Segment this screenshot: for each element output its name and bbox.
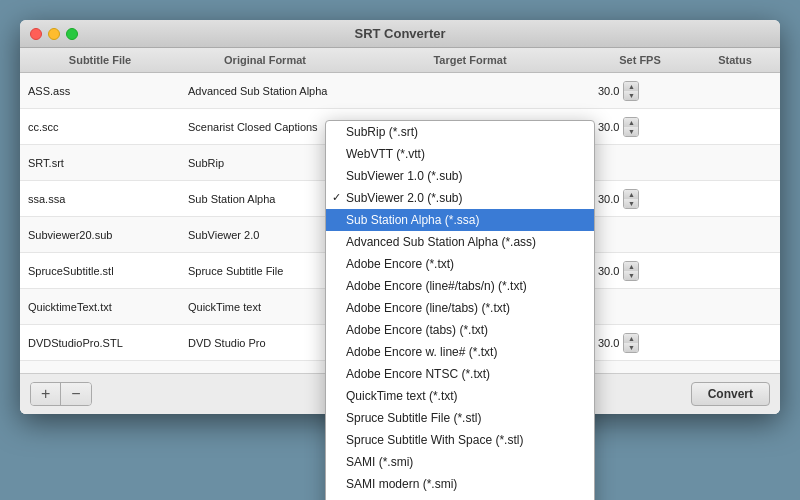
fps-value: 30.0	[598, 337, 619, 349]
fps-col-header: Set FPS	[590, 52, 690, 68]
status-col-header: Status	[690, 52, 780, 68]
main-window: SRT Converter Subtitle File Original For…	[20, 20, 780, 414]
dropdown-item[interactable]: WebVTT (*.vtt)	[326, 143, 594, 165]
fps-col-cell: 30.0 ▲ ▼	[590, 117, 690, 137]
fps-up-button[interactable]: ▲	[624, 118, 638, 127]
original-col-header: Original Format	[180, 52, 350, 68]
dropdown-item[interactable]: Adobe Encore (*.txt)	[326, 253, 594, 275]
subtitle-file-cell: SRT.srt	[20, 157, 180, 169]
dropdown-item[interactable]: Adobe Encore (line#/tabs/n) (*.txt)	[326, 275, 594, 297]
subtitle-file-cell: QuicktimeText.txt	[20, 301, 180, 313]
fps-cell: 30.0 ▲ ▼	[598, 333, 682, 353]
fps-cell: 30.0 ▲ ▼	[598, 81, 682, 101]
fps-down-button[interactable]: ▼	[624, 343, 638, 352]
remove-button[interactable]: −	[61, 383, 90, 405]
fps-spinner[interactable]: ▲ ▼	[623, 117, 639, 137]
minimize-button[interactable]	[48, 28, 60, 40]
dropdown-item[interactable]: Spruce Subtitle File (*.stl)	[326, 407, 594, 429]
maximize-button[interactable]	[66, 28, 78, 40]
subtitle-file-cell: adboeEncoreNTSC.txt	[20, 373, 180, 374]
fps-spinner[interactable]: ▲ ▼	[623, 333, 639, 353]
fps-col-cell: 30.0 ▲ ▼	[590, 81, 690, 101]
fps-cell: 30.0 ▲ ▼	[598, 261, 682, 281]
table-header: Subtitle File Original Format Target For…	[20, 48, 780, 73]
fps-spinner[interactable]: ▲ ▼	[623, 189, 639, 209]
close-button[interactable]	[30, 28, 42, 40]
subtitle-col-header: Subtitle File	[20, 52, 180, 68]
dropdown-item[interactable]: SAMI modern (*.smi)	[326, 473, 594, 495]
original-format-cell: Advanced Sub Station Alpha	[180, 85, 350, 97]
dropdown-item[interactable]: SubRip (*.srt)	[326, 121, 594, 143]
dropdown-item[interactable]: MPlayer2 (*.mpl)	[326, 495, 594, 500]
fps-col-cell: 30.0 ▲ ▼	[590, 189, 690, 209]
dropdown-item[interactable]: Adobe Encore w. line# (*.txt)	[326, 341, 594, 363]
fps-up-button[interactable]: ▲	[624, 82, 638, 91]
window-title: SRT Converter	[354, 26, 445, 41]
dropdown-item[interactable]: QuickTime text (*.txt)	[326, 385, 594, 407]
dropdown-item[interactable]: Adobe Encore NTSC (*.txt)	[326, 363, 594, 385]
subtitle-file-cell: SpruceSubtitle.stl	[20, 265, 180, 277]
dropdown-item[interactable]: Adobe Encore (line/tabs) (*.txt)	[326, 297, 594, 319]
fps-down-button[interactable]: ▼	[624, 199, 638, 208]
dropdown-item[interactable]: SubViewer 1.0 (*.sub)	[326, 165, 594, 187]
fps-up-button[interactable]: ▲	[624, 190, 638, 199]
traffic-lights	[30, 28, 78, 40]
fps-value: 30.0	[598, 265, 619, 277]
fps-cell: 30.0 ▲ ▼	[598, 117, 682, 137]
fps-cell: 30.0 ▲ ▼	[598, 189, 682, 209]
fps-col-cell: 30.0 ▲ ▼	[590, 261, 690, 281]
fps-down-button[interactable]: ▼	[624, 127, 638, 136]
dropdown-item[interactable]: SubViewer 2.0 (*.sub)	[326, 187, 594, 209]
dropdown-item[interactable]: Spruce Subtitle With Space (*.stl)	[326, 429, 594, 451]
target-col-header: Target Format	[350, 52, 590, 68]
dropdown-item[interactable]: Sub Station Alpha (*.ssa)	[326, 209, 594, 231]
fps-down-button[interactable]: ▼	[624, 91, 638, 100]
subtitle-file-cell: ASS.ass	[20, 85, 180, 97]
title-bar: SRT Converter	[20, 20, 780, 48]
format-dropdown[interactable]: SubRip (*.srt)WebVTT (*.vtt)SubViewer 1.…	[325, 120, 595, 500]
fps-value: 30.0	[598, 85, 619, 97]
convert-button[interactable]: Convert	[691, 382, 770, 406]
subtitle-file-cell: ssa.ssa	[20, 193, 180, 205]
dropdown-item[interactable]: SAMI (*.smi)	[326, 451, 594, 473]
subtitle-file-cell: Subviewer20.sub	[20, 229, 180, 241]
dropdown-item[interactable]: Advanced Sub Station Alpha (*.ass)	[326, 231, 594, 253]
fps-spinner[interactable]: ▲ ▼	[623, 261, 639, 281]
add-remove-controls: + −	[30, 382, 92, 406]
fps-up-button[interactable]: ▲	[624, 334, 638, 343]
fps-value: 30.0	[598, 193, 619, 205]
fps-value: 30.0	[598, 121, 619, 133]
fps-down-button[interactable]: ▼	[624, 271, 638, 280]
table-row: ASS.ass Advanced Sub Station Alpha 30.0 …	[20, 73, 780, 109]
fps-spinner[interactable]: ▲ ▼	[623, 81, 639, 101]
subtitle-file-cell: cc.scc	[20, 121, 180, 133]
fps-col-cell: 30.0 ▲ ▼	[590, 333, 690, 353]
subtitle-file-cell: DVDStudioPro.STL	[20, 337, 180, 349]
dropdown-item[interactable]: Adobe Encore (tabs) (*.txt)	[326, 319, 594, 341]
add-button[interactable]: +	[31, 383, 61, 405]
fps-up-button[interactable]: ▲	[624, 262, 638, 271]
